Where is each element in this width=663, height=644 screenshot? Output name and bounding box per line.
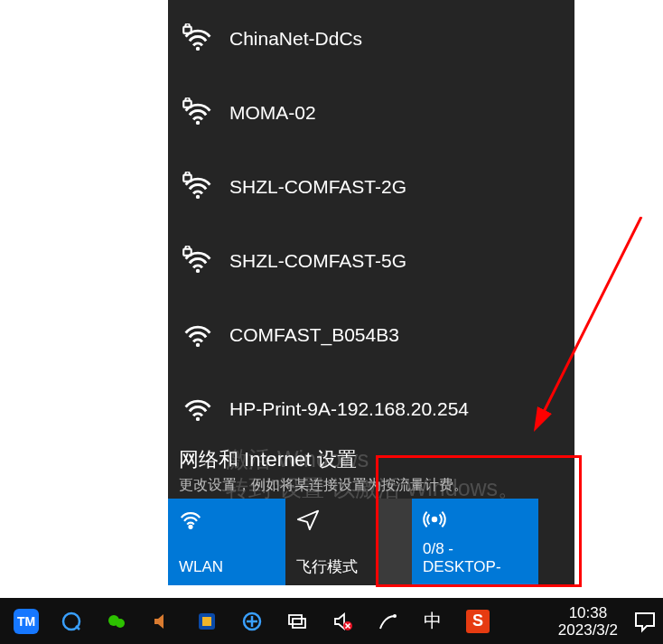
airplane-icon	[296, 508, 365, 531]
tray-network-icon[interactable]	[284, 608, 311, 635]
taskbar-app-tencent-meeting[interactable]: TM	[13, 608, 40, 635]
network-settings-link[interactable]: 网络和 Internet 设置 更改设置，例如将某连接设置为按流量计费。	[168, 441, 574, 497]
network-item[interactable]: MOMA-02	[168, 83, 574, 143]
tray-volume-icon[interactable]	[148, 608, 175, 635]
taskbar: TM 中 S 10:38 2023/3/2	[0, 598, 663, 644]
wifi-open-icon	[177, 388, 219, 430]
tray-pen-icon[interactable]	[374, 608, 401, 635]
settings-title: 网络和 Internet 设置	[179, 448, 564, 471]
svg-rect-12	[289, 615, 302, 624]
taskbar-clock[interactable]: 10:38 2023/3/2	[558, 604, 618, 639]
svg-rect-8	[202, 617, 211, 626]
hotspot-icon	[423, 508, 528, 531]
clock-date: 2023/3/2	[558, 621, 618, 639]
network-name: SHZL-COMFAST-5G	[229, 250, 406, 272]
network-name: COMFAST_B054B3	[229, 324, 399, 346]
network-item[interactable]: ChinaNet-DdCs	[168, 9, 574, 69]
hotspot-tile-label: 0/8 -DESKTOP-	[423, 540, 528, 576]
svg-point-15	[393, 614, 397, 618]
tray-intel-icon[interactable]	[193, 608, 220, 635]
svg-rect-13	[293, 619, 305, 628]
wlan-tile-label: WLAN	[179, 558, 275, 576]
network-item[interactable]: SHZL-COMFAST-5G	[168, 231, 574, 291]
tray-sound-muted-icon[interactable]	[329, 608, 356, 635]
clock-time: 10:38	[558, 604, 618, 621]
network-name: ChinaNet-DdCs	[229, 28, 362, 50]
network-name: HP-Print-9A-192.168.20.254	[229, 398, 469, 420]
ime-language-indicator[interactable]: 中	[419, 608, 446, 635]
action-center-icon[interactable]	[627, 602, 663, 640]
mobile-hotspot-tile[interactable]: 0/8 -DESKTOP-	[412, 499, 538, 585]
network-list: ChinaNet-DdCs MOMA-02 SHZL-COMFAST-2G SH…	[168, 0, 574, 439]
airplane-tile-label: 飞行模式	[296, 558, 365, 576]
wifi-secured-icon	[177, 92, 219, 134]
network-item[interactable]: HP-Print-9A-192.168.20.254	[168, 379, 574, 439]
taskbar-area: TM 中 S 10:38 2023/3/2	[0, 585, 663, 644]
network-name: MOMA-02	[229, 102, 316, 124]
wlan-tile[interactable]: WLAN	[168, 499, 285, 585]
wifi-secured-icon	[177, 18, 219, 60]
svg-point-6	[116, 619, 125, 628]
network-name: SHZL-COMFAST-2G	[229, 176, 406, 198]
network-item[interactable]: COMFAST_B054B3	[168, 305, 574, 365]
network-item[interactable]: SHZL-COMFAST-2G	[168, 157, 574, 217]
ime-sogou-icon[interactable]: S	[464, 608, 491, 635]
settings-subtitle: 更改设置，例如将某连接设置为按流量计费。	[179, 475, 564, 495]
tile-gap	[376, 499, 412, 585]
taskbar-app-wework[interactable]	[58, 608, 85, 635]
taskbar-app-wechat[interactable]	[103, 608, 130, 635]
wifi-secured-icon	[177, 166, 219, 208]
wifi-secured-icon	[177, 240, 219, 282]
quick-action-tiles: WLAN 飞行模式 0/8 -DESKTOP-	[168, 499, 538, 585]
wifi-icon	[179, 508, 275, 531]
tray-app-icon[interactable]	[238, 608, 266, 635]
wifi-open-icon	[177, 314, 219, 356]
network-flyout: ChinaNet-DdCs MOMA-02 SHZL-COMFAST-2G SH…	[168, 0, 574, 585]
airplane-mode-tile[interactable]: 飞行模式	[285, 499, 376, 585]
